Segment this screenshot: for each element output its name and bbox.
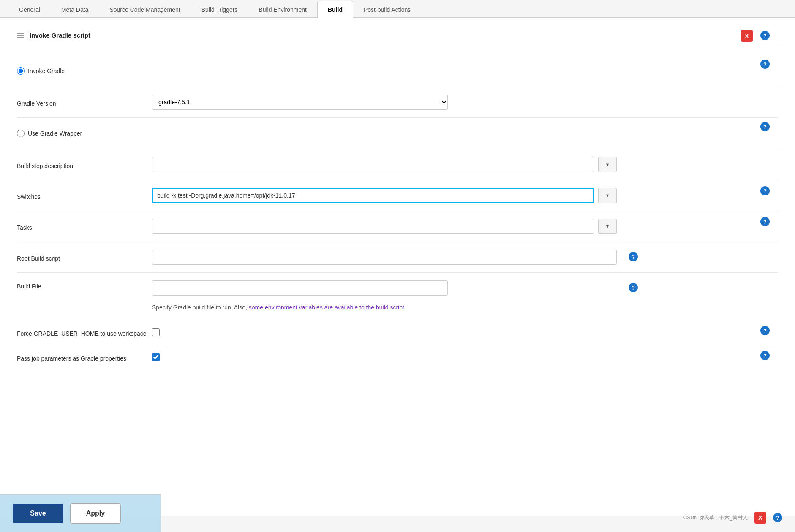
footer-close-button[interactable]: X bbox=[754, 512, 766, 524]
force-gradle-user-home-label: Force GRADLE_USER_HOME to use workspace bbox=[17, 328, 152, 337]
use-gradle-wrapper-radio-wrap: Use Gradle Wrapper bbox=[17, 125, 778, 141]
tab-metadata[interactable]: Meta Data bbox=[51, 1, 99, 18]
force-gradle-user-home-checkbox[interactable] bbox=[152, 328, 160, 336]
root-build-script-row: Root Build script ? bbox=[17, 244, 778, 271]
root-build-script-input[interactable] bbox=[152, 250, 617, 265]
switches-dropdown[interactable]: ▼ bbox=[598, 188, 617, 203]
form-section: Invoke Gradle ? Gradle Version gradle-7.… bbox=[17, 53, 778, 372]
root-build-script-label: Root Build script bbox=[17, 252, 152, 262]
force-gradle-user-home-control bbox=[152, 328, 617, 336]
build-file-section: ? Specify Gradle build file to run. Also… bbox=[152, 280, 617, 312]
force-gradle-user-home-checkbox-wrap bbox=[152, 328, 160, 336]
root-build-script-help-button[interactable]: ? bbox=[629, 252, 638, 261]
invoke-gradle-help-button[interactable]: ? bbox=[760, 60, 770, 69]
tab-build[interactable]: Build bbox=[317, 1, 353, 18]
build-file-input[interactable] bbox=[152, 280, 448, 296]
tasks-row: Tasks ▼ ? bbox=[17, 213, 778, 240]
apply-button[interactable]: Apply bbox=[70, 503, 121, 524]
build-file-label: Build File bbox=[17, 280, 152, 290]
pass-job-params-help-button[interactable]: ? bbox=[760, 351, 770, 360]
footer-text: CSDN @天草二十六_简村人 bbox=[683, 514, 748, 521]
switches-help-button[interactable]: ? bbox=[760, 186, 770, 195]
drag-handle[interactable] bbox=[17, 33, 24, 38]
tab-build-triggers[interactable]: Build Triggers bbox=[191, 1, 248, 18]
tab-source-code[interactable]: Source Code Management bbox=[99, 1, 191, 18]
tasks-control: ▼ bbox=[152, 219, 617, 234]
build-file-help-button[interactable]: ? bbox=[629, 283, 638, 292]
pass-job-params-checkbox[interactable] bbox=[152, 353, 160, 361]
build-file-help-prefix: Specify Gradle build file to run. Also, bbox=[152, 304, 249, 311]
tab-general[interactable]: General bbox=[8, 1, 51, 18]
invoke-gradle-row: Invoke Gradle ? bbox=[17, 57, 778, 85]
pass-job-params-row: Pass job parameters as Gradle properties… bbox=[17, 347, 778, 368]
main-content: Invoke Gradle script X ? Invoke Gradle ?… bbox=[0, 18, 795, 516]
build-file-row: Build File ? Specify Gradle build file t… bbox=[17, 274, 778, 318]
tasks-label: Tasks bbox=[17, 222, 152, 231]
use-gradle-wrapper-radio[interactable] bbox=[17, 130, 25, 137]
build-step-desc-input[interactable] bbox=[152, 157, 594, 172]
gradle-version-control: gradle-7.5.1 gradle-7.4.2 gradle-7.3.3 bbox=[152, 95, 617, 110]
switches-input[interactable] bbox=[152, 188, 594, 203]
root-build-script-control: ? bbox=[152, 250, 617, 265]
invoke-gradle-label[interactable]: Invoke Gradle bbox=[28, 68, 65, 74]
build-step-desc-label: Build step description bbox=[17, 160, 152, 169]
switches-input-wrapper bbox=[152, 188, 594, 203]
section-help-button[interactable]: ? bbox=[760, 31, 770, 40]
tab-postbuild[interactable]: Post-build Actions bbox=[353, 1, 421, 18]
section-title: Invoke Gradle script bbox=[30, 32, 90, 39]
save-button[interactable]: Save bbox=[13, 504, 63, 523]
section-header: Invoke Gradle script X ? bbox=[17, 27, 778, 44]
pass-job-params-control bbox=[152, 353, 617, 361]
pass-job-params-checkbox-wrap bbox=[152, 353, 160, 361]
tab-build-environment[interactable]: Build Environment bbox=[248, 1, 317, 18]
gradle-version-row: Gradle Version gradle-7.5.1 gradle-7.4.2… bbox=[17, 89, 778, 116]
footer-help-button[interactable]: ? bbox=[773, 513, 782, 522]
invoke-gradle-radio[interactable] bbox=[17, 67, 25, 75]
tasks-dropdown[interactable]: ▼ bbox=[598, 219, 617, 234]
tab-bar: General Meta Data Source Code Management… bbox=[0, 0, 795, 18]
switches-row: Switches ▼ ? bbox=[17, 182, 778, 209]
invoke-gradle-radio-wrap: Invoke Gradle bbox=[17, 63, 778, 79]
gradle-version-label: Gradle Version bbox=[17, 98, 152, 107]
bottom-bar: Save Apply bbox=[0, 494, 161, 532]
gradle-version-select[interactable]: gradle-7.5.1 gradle-7.4.2 gradle-7.3.3 bbox=[152, 95, 448, 110]
force-gradle-user-home-help-button[interactable]: ? bbox=[760, 326, 770, 335]
tasks-input[interactable] bbox=[152, 219, 594, 234]
section-close-button[interactable]: X bbox=[741, 30, 753, 42]
page-wrapper: General Meta Data Source Code Management… bbox=[0, 0, 795, 532]
switches-control: ▼ bbox=[152, 188, 617, 203]
tasks-help-button[interactable]: ? bbox=[760, 217, 770, 226]
build-step-desc-dropdown[interactable]: ▼ bbox=[598, 157, 617, 172]
footer-area: CSDN @天草二十六_简村人 X ? bbox=[683, 512, 782, 524]
build-step-desc-row: Build step description ▼ bbox=[17, 151, 778, 178]
build-step-desc-control: ▼ bbox=[152, 157, 617, 172]
pass-job-params-label: Pass job parameters as Gradle properties bbox=[17, 353, 152, 362]
build-file-help-link[interactable]: some environment variables are available… bbox=[249, 304, 404, 311]
use-gradle-wrapper-row: Use Gradle Wrapper ? bbox=[17, 119, 778, 147]
build-file-help-text: Specify Gradle build file to run. Also, … bbox=[152, 301, 448, 312]
use-gradle-wrapper-label[interactable]: Use Gradle Wrapper bbox=[28, 130, 82, 137]
force-gradle-user-home-row: Force GRADLE_USER_HOME to use workspace … bbox=[17, 322, 778, 343]
switches-label: Switches bbox=[17, 191, 152, 200]
use-gradle-wrapper-help-button[interactable]: ? bbox=[760, 122, 770, 131]
